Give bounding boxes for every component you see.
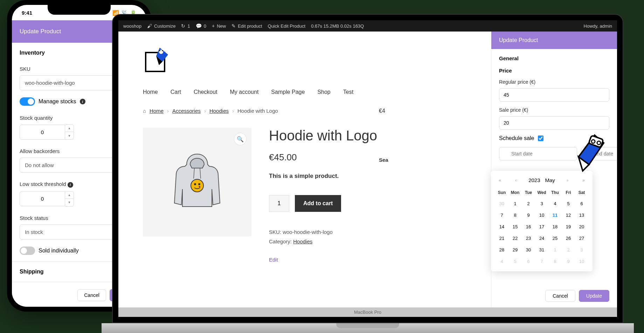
nav-account[interactable]: My account: [230, 89, 259, 95]
product-image[interactable]: 🔍: [143, 128, 251, 236]
cal-day[interactable]: 4: [495, 256, 508, 267]
cal-day[interactable]: 27: [575, 233, 588, 244]
sale-price-input[interactable]: [499, 116, 609, 130]
cal-day[interactable]: 4: [548, 198, 562, 209]
nav-checkout[interactable]: Checkout: [194, 89, 217, 95]
cal-next-month[interactable]: ›: [565, 178, 570, 183]
info-icon[interactable]: i: [68, 182, 73, 188]
adminbar-stats: 0.67s 15.2MB 0.02s 163Q: [311, 23, 364, 29]
bc-home[interactable]: Home: [150, 108, 164, 114]
price-title: Price: [499, 68, 609, 74]
nav-sample[interactable]: Sample Page: [271, 89, 305, 95]
cal-prev-month[interactable]: ‹: [513, 178, 519, 183]
cal-day[interactable]: 1: [548, 244, 562, 256]
cal-day[interactable]: 21: [495, 233, 508, 244]
product-description: This is a simple product.: [269, 173, 466, 180]
manage-stocks-label: Manage stocks: [39, 98, 76, 105]
cal-day[interactable]: 23: [522, 233, 535, 244]
cal-dow: Mon: [508, 187, 522, 198]
cat-link[interactable]: Hoodies: [293, 238, 312, 244]
cal-day[interactable]: 9: [562, 256, 575, 267]
adminbar-edit-product[interactable]: ✎Edit product: [231, 23, 262, 29]
sold-individually-toggle[interactable]: [20, 247, 35, 255]
breadcrumb: ⌂ Home › Accessories › Hoodies › Hoodie …: [143, 108, 466, 114]
svg-point-8: [198, 183, 200, 185]
cal-day[interactable]: 14: [495, 221, 508, 233]
cal-prev-year[interactable]: «: [497, 178, 503, 183]
cal-day[interactable]: 26: [562, 233, 575, 244]
cal-day[interactable]: 16: [522, 221, 535, 233]
low-down-button[interactable]: ▼: [65, 199, 74, 206]
cal-day[interactable]: 12: [562, 209, 575, 221]
qty-down-button[interactable]: ▼: [65, 132, 74, 139]
adminbar-customize[interactable]: 🖌Customize: [147, 23, 175, 29]
cal-day[interactable]: 2: [522, 198, 535, 209]
edit-link[interactable]: Edit: [269, 257, 278, 263]
adminbar-site[interactable]: wooshop: [123, 23, 141, 29]
cal-day[interactable]: 2: [562, 244, 575, 256]
cal-day[interactable]: 6: [522, 256, 535, 267]
cal-day[interactable]: 31: [535, 244, 548, 256]
cal-day[interactable]: 10: [575, 256, 588, 267]
cal-day[interactable]: 3: [575, 244, 588, 256]
info-icon[interactable]: i: [80, 99, 85, 104]
bc-hoodies[interactable]: Hoodies: [209, 108, 229, 114]
adminbar-comments[interactable]: 💬0: [196, 23, 206, 29]
cal-day[interactable]: 13: [575, 209, 588, 221]
cal-day[interactable]: 5: [562, 198, 575, 209]
nav-test[interactable]: Test: [343, 89, 353, 95]
quantity-input[interactable]: [269, 195, 289, 212]
cal-day[interactable]: 24: [535, 233, 548, 244]
cal-day[interactable]: 29: [508, 244, 522, 256]
nav-cart[interactable]: Cart: [171, 89, 181, 95]
bc-accessories[interactable]: Accessories: [172, 108, 201, 114]
cal-day[interactable]: 17: [535, 221, 548, 233]
add-to-cart-button[interactable]: Add to cart: [295, 195, 341, 212]
adminbar-howdy[interactable]: Howdy, admin: [584, 23, 612, 29]
cal-day[interactable]: 19: [562, 221, 575, 233]
cal-day[interactable]: 28: [495, 244, 508, 256]
nav-shop[interactable]: Shop: [317, 89, 330, 95]
cal-day[interactable]: 6: [575, 198, 588, 209]
cal-day[interactable]: 1: [508, 198, 522, 209]
cal-dow: Tue: [522, 187, 535, 198]
cal-day[interactable]: 7: [495, 209, 508, 221]
stock-qty-input[interactable]: [20, 125, 65, 140]
cal-day[interactable]: 22: [508, 233, 522, 244]
cal-day[interactable]: 10: [535, 209, 548, 221]
cal-day[interactable]: 7: [535, 256, 548, 267]
cal-dow: Sat: [575, 187, 588, 198]
cal-month[interactable]: May: [545, 177, 555, 183]
panel-cancel-button[interactable]: Cancel: [545, 290, 575, 302]
cal-year[interactable]: 2023: [528, 177, 540, 183]
adminbar-quick-edit[interactable]: Quick Edit Product: [268, 23, 306, 29]
manage-stocks-toggle[interactable]: [20, 97, 35, 106]
zoom-icon[interactable]: 🔍: [234, 133, 247, 145]
cal-next-year[interactable]: »: [580, 178, 587, 183]
cal-day[interactable]: 11: [548, 209, 562, 221]
adminbar-new[interactable]: +New: [212, 23, 226, 29]
cal-day[interactable]: 30: [522, 244, 535, 256]
cal-day[interactable]: 15: [508, 221, 522, 233]
low-stock-input[interactable]: [20, 191, 65, 206]
schedule-sale-checkbox[interactable]: [538, 136, 543, 141]
cal-day[interactable]: 5: [508, 256, 522, 267]
cal-day[interactable]: 20: [575, 221, 588, 233]
cal-day[interactable]: 8: [508, 209, 522, 221]
cal-day[interactable]: 9: [522, 209, 535, 221]
cal-day[interactable]: 30: [495, 198, 508, 209]
cal-day[interactable]: 25: [548, 233, 562, 244]
cancel-button[interactable]: Cancel: [77, 289, 106, 301]
regular-price-input[interactable]: [499, 88, 609, 102]
cal-day[interactable]: 3: [535, 198, 548, 209]
low-up-button[interactable]: ▲: [65, 192, 74, 199]
nav-home[interactable]: Home: [143, 89, 158, 95]
adminbar-updates[interactable]: ↻1: [181, 23, 190, 29]
cal-day[interactable]: 8: [548, 256, 562, 267]
phone-notch: [48, 5, 111, 15]
plugin-badge-icon: [565, 132, 607, 174]
qty-up-button[interactable]: ▲: [65, 125, 74, 132]
pencil-icon: ✎: [231, 23, 236, 29]
panel-update-button[interactable]: Update: [579, 290, 609, 302]
cal-day[interactable]: 18: [548, 221, 562, 233]
